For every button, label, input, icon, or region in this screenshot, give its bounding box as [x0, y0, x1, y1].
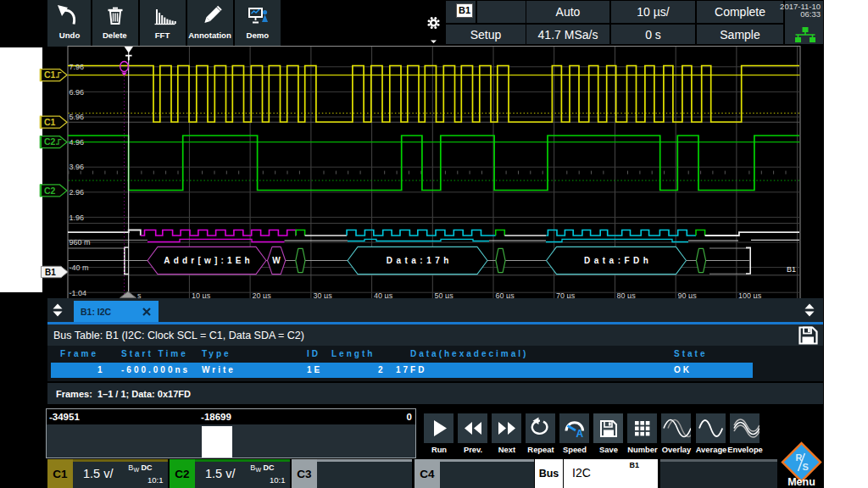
svg-text:C2: C2 [44, 136, 56, 147]
svg-text:Addr[w]:1Eh: Addr[w]:1Eh [164, 256, 253, 265]
svg-text:Data:17h: Data:17h [387, 256, 453, 265]
svg-text:1.96: 1.96 [70, 214, 85, 222]
svg-text:-40 m: -40 m [70, 263, 89, 272]
svg-text:5.96: 5.96 [70, 113, 85, 121]
svg-text:B1: B1 [787, 265, 796, 274]
svg-text:R: R [796, 452, 803, 463]
svg-text:B1: B1 [45, 268, 56, 277]
svg-text:W: W [272, 256, 281, 265]
svg-text:A: A [576, 428, 584, 440]
svg-text:C2: C2 [44, 186, 56, 196]
svg-text:7.96: 7.96 [70, 63, 85, 71]
svg-text:Menu: Menu [787, 476, 815, 488]
svg-text:-1.04: -1.04 [70, 289, 87, 297]
svg-text:Data:FDh: Data:FDh [584, 256, 652, 265]
svg-text:C1: C1 [44, 69, 56, 80]
svg-text:6.96: 6.96 [70, 88, 85, 97]
svg-text:2.96: 2.96 [70, 188, 85, 197]
svg-text:960 m: 960 m [70, 238, 91, 247]
svg-text:3.96: 3.96 [70, 163, 85, 171]
svg-text:C1: C1 [44, 117, 56, 127]
svg-text:4.96: 4.96 [70, 138, 85, 147]
svg-text:S: S [803, 462, 809, 472]
